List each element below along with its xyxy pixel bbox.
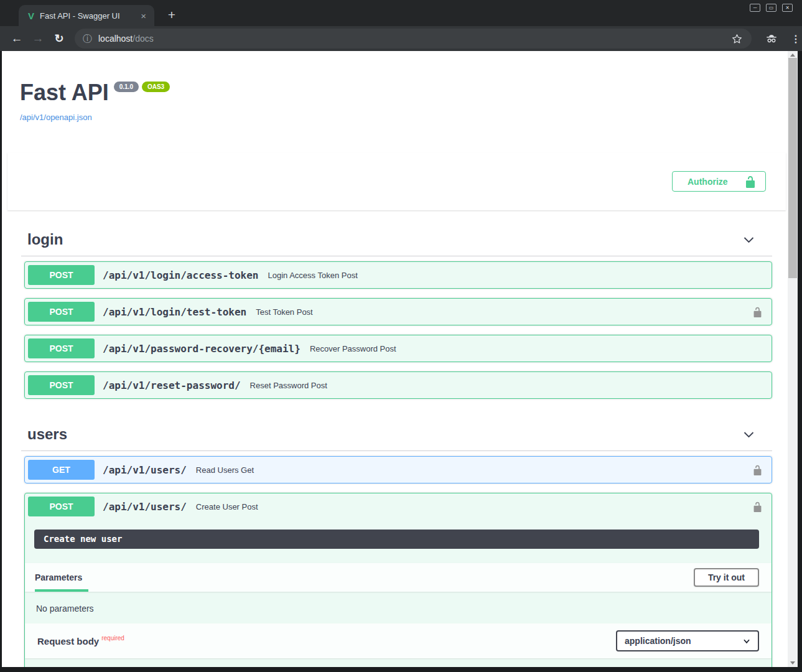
example-schema-tabs: Example Value | Schema (25, 658, 772, 667)
section-header-login[interactable]: login (21, 226, 772, 256)
operation-row[interactable]: GET /api/v1/users/ Read Users Get (24, 456, 772, 483)
method-badge: POST (28, 497, 95, 516)
operation-summary: Login Access Token Post (268, 271, 357, 280)
new-tab-button[interactable]: + (163, 7, 180, 23)
chevron-down-icon[interactable] (742, 233, 755, 246)
operation-path: /api/v1/password-recovery/{email} (103, 343, 301, 355)
swagger-page: Fast API0.1.0OAS3 /api/v1/openapi.json A… (2, 51, 788, 667)
page-scrollbar[interactable] (788, 51, 798, 667)
oas3-badge: OAS3 (142, 82, 170, 92)
page-title: Fast API (20, 80, 109, 106)
page-info-icon[interactable]: ⓘ (83, 33, 92, 45)
method-badge: POST (28, 338, 95, 358)
back-icon[interactable]: ← (6, 32, 27, 45)
fastapi-favicon-icon: V (28, 11, 34, 21)
tab-title: Fast API - Swagger UI (40, 11, 133, 21)
tab-close-icon[interactable]: × (139, 11, 148, 21)
section-header-users[interactable]: users (21, 421, 772, 451)
auth-lock-icon[interactable] (752, 502, 763, 512)
unlocked-padlock-icon (744, 175, 757, 188)
operation-row[interactable]: POST /api/v1/password-recovery/{email} R… (24, 335, 772, 362)
no-parameters-text: No parameters (25, 592, 772, 623)
bookmark-star-icon[interactable] (731, 33, 743, 45)
method-badge: POST (28, 302, 95, 322)
tab-parameters[interactable]: Parameters (35, 563, 88, 592)
operation-path: /api/v1/users/ (103, 501, 187, 513)
request-body-label: Request body (37, 636, 99, 646)
operation-row[interactable]: POST /api/v1/login/test-token Test Token… (24, 298, 772, 325)
openapi-spec-link[interactable]: /api/v1/openapi.json (20, 113, 788, 122)
operation-path: /api/v1/users/ (103, 464, 187, 476)
maximize-button[interactable]: ▭ (766, 4, 776, 12)
close-button[interactable]: ✕ (782, 4, 793, 12)
version-badge: 0.1.0 (114, 82, 139, 92)
authorize-button[interactable]: Authorize (672, 171, 766, 192)
chevron-down-icon[interactable] (742, 428, 755, 441)
operation-body: Create new user Parameters Try it out No… (25, 530, 772, 667)
section-title: login (27, 231, 63, 248)
operation-path: /api/v1/login/access-token (103, 269, 258, 281)
operation-summary: Test Token Post (256, 307, 313, 317)
api-info: Fast API0.1.0OAS3 /api/v1/openapi.json (2, 51, 788, 122)
media-type-value: application/json (625, 636, 691, 646)
operation-row[interactable]: POST /api/v1/login/access-token Login Ac… (24, 261, 772, 289)
request-body-header: Request bodyrequired application/json (25, 623, 772, 658)
url-path: /docs (133, 34, 153, 44)
browser-tab-bar: V Fast API - Swagger UI × + ─ ▭ ✕ (0, 0, 802, 26)
operation-path: /api/v1/reset-password/ (103, 380, 241, 391)
required-label: required (101, 635, 124, 642)
address-bar[interactable]: ⓘ localhost/docs (75, 29, 752, 49)
operation-description: Create new user (34, 530, 759, 549)
reload-icon[interactable]: ↻ (49, 32, 70, 45)
operation-path: /api/v1/login/test-token (103, 306, 246, 318)
minimize-button[interactable]: ─ (750, 4, 760, 12)
browser-tab[interactable]: V Fast API - Swagger UI × (19, 5, 154, 26)
url-host: localhost (98, 34, 133, 44)
auth-lock-icon[interactable] (752, 465, 763, 475)
forward-icon: → (27, 32, 49, 45)
operation-header[interactable]: POST /api/v1/users/ Create User Post (25, 493, 772, 520)
browser-menu-icon[interactable]: ⋮ (791, 33, 801, 45)
window-controls: ─ ▭ ✕ (750, 4, 793, 12)
parameters-header: Parameters Try it out (25, 563, 772, 592)
chevron-down-icon (742, 637, 751, 645)
method-badge: GET (28, 460, 95, 480)
operation-row[interactable]: POST /api/v1/reset-password/ Reset Passw… (24, 371, 772, 399)
scroll-down-arrow[interactable] (788, 659, 798, 667)
section-title: users (27, 426, 67, 443)
method-badge: POST (28, 375, 95, 395)
authorize-label: Authorize (688, 177, 728, 187)
operation-summary: Reset Password Post (250, 381, 327, 390)
try-it-out-button[interactable]: Try it out (694, 568, 759, 587)
operation-summary: Recover Password Post (310, 344, 396, 353)
operation-summary: Create User Post (196, 502, 258, 511)
media-type-select[interactable]: application/json (616, 630, 759, 651)
operation-summary: Read Users Get (196, 465, 254, 475)
scheme-container: Authorize (7, 152, 786, 210)
browser-toolbar: ← → ↻ ⓘ localhost/docs ⋮ (0, 26, 802, 51)
auth-lock-icon[interactable] (752, 307, 763, 317)
operation-row-expanded: POST /api/v1/users/ Create User Post Cre… (24, 493, 772, 667)
incognito-icon (764, 32, 779, 45)
scrollbar-thumb[interactable] (788, 58, 797, 278)
method-badge: POST (28, 265, 95, 285)
